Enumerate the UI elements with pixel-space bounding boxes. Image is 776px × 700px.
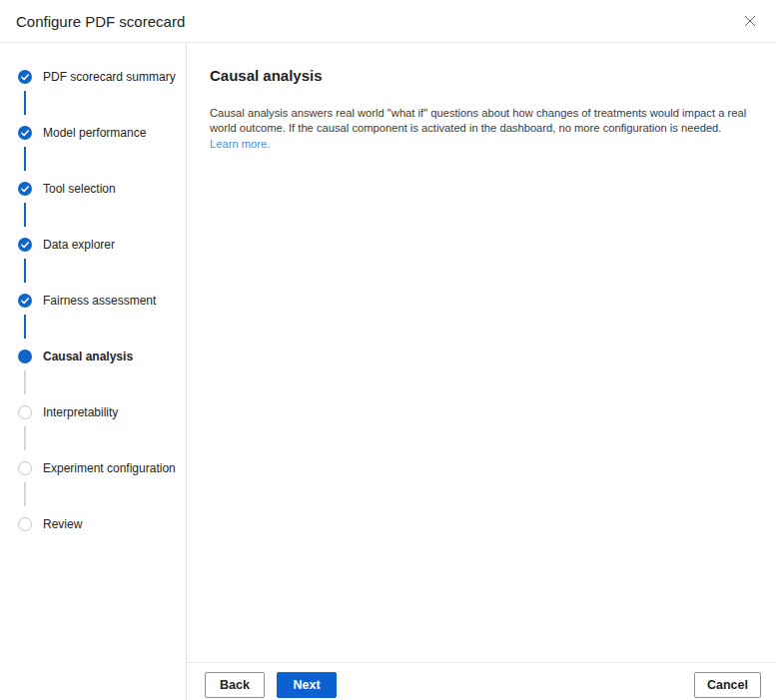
step-fairness-assessment: Fairness assessment <box>18 294 186 339</box>
step-data-explorer: Data explorer <box>18 238 186 283</box>
content-panel: Causal analysis Causal analysis answers … <box>187 43 776 700</box>
next-button[interactable]: Next <box>277 672 337 698</box>
check-icon <box>18 182 32 196</box>
step-label: Tool selection <box>43 182 116 196</box>
step-tool-selection: Tool selection <box>18 182 186 227</box>
step-item[interactable]: Tool selection <box>18 182 186 196</box>
step-completed-check-icon <box>18 294 32 308</box>
step-label: Model performance <box>43 126 146 140</box>
step-interpretability: Interpretability <box>18 405 186 450</box>
step-label: Interpretability <box>43 405 118 419</box>
step-connector <box>24 482 26 506</box>
close-button[interactable] <box>740 11 760 31</box>
description-text: Causal analysis answers real world "what… <box>210 107 746 134</box>
step-connector <box>24 426 26 450</box>
step-model-performance: Model performance <box>18 126 186 171</box>
step-current-dot-icon <box>18 350 32 363</box>
step-upcoming-circle-icon <box>18 405 32 419</box>
step-connector <box>24 147 26 171</box>
step-upcoming-circle-icon <box>18 517 32 531</box>
step-experiment-configuration: Experiment configuration <box>18 461 186 506</box>
step-completed-check-icon <box>18 182 32 196</box>
step-item[interactable]: Model performance <box>18 126 186 140</box>
step-label: Fairness assessment <box>43 294 156 308</box>
check-icon <box>18 238 32 252</box>
cancel-button[interactable]: Cancel <box>694 672 761 698</box>
check-icon <box>18 294 32 308</box>
step-label: Experiment configuration <box>43 461 176 475</box>
page-title: Causal analysis <box>210 67 748 84</box>
step-item[interactable]: Experiment configuration <box>18 461 186 475</box>
step-connector <box>24 315 26 339</box>
step-content: Causal analysis Causal analysis answers … <box>187 43 776 662</box>
step-label: Review <box>43 517 82 531</box>
step-connector <box>24 203 26 227</box>
step-completed-check-icon <box>18 126 32 140</box>
step-causal-analysis: Causal analysis <box>18 350 186 394</box>
dialog-header: Configure PDF scorecard <box>0 0 776 43</box>
step-item[interactable]: Data explorer <box>18 238 186 252</box>
step-review: Review <box>18 517 186 531</box>
step-label: Data explorer <box>43 238 115 252</box>
step-item[interactable]: Interpretability <box>18 405 186 419</box>
step-item[interactable]: Fairness assessment <box>18 294 186 308</box>
step-item[interactable]: Review <box>18 517 186 531</box>
check-icon <box>18 126 32 140</box>
configure-pdf-scorecard-dialog: Configure PDF scorecard PDF scorecard su… <box>0 0 776 700</box>
step-upcoming-circle-icon <box>18 461 32 475</box>
dialog-title: Configure PDF scorecard <box>16 13 185 30</box>
step-label: PDF scorecard summary <box>43 70 176 84</box>
check-icon <box>18 70 32 84</box>
step-connector <box>24 91 26 115</box>
step-completed-check-icon <box>18 238 32 252</box>
learn-more-link[interactable]: Learn more. <box>210 138 270 150</box>
wizard-stepper: PDF scorecard summaryModel performanceTo… <box>0 43 187 700</box>
dialog-footer: Back Next Cancel <box>187 662 776 700</box>
step-connector <box>24 259 26 283</box>
close-icon <box>744 15 756 27</box>
step-item[interactable]: PDF scorecard summary <box>18 70 186 84</box>
step-label: Causal analysis <box>43 350 133 363</box>
step-connector <box>24 370 26 394</box>
dialog-body: PDF scorecard summaryModel performanceTo… <box>0 43 776 700</box>
back-button[interactable]: Back <box>205 672 265 698</box>
description-paragraph: Causal analysis answers real world "what… <box>210 106 748 152</box>
step-pdf-scorecard-summary: PDF scorecard summary <box>18 70 186 115</box>
step-item[interactable]: Causal analysis <box>18 350 186 363</box>
step-completed-check-icon <box>18 70 32 84</box>
